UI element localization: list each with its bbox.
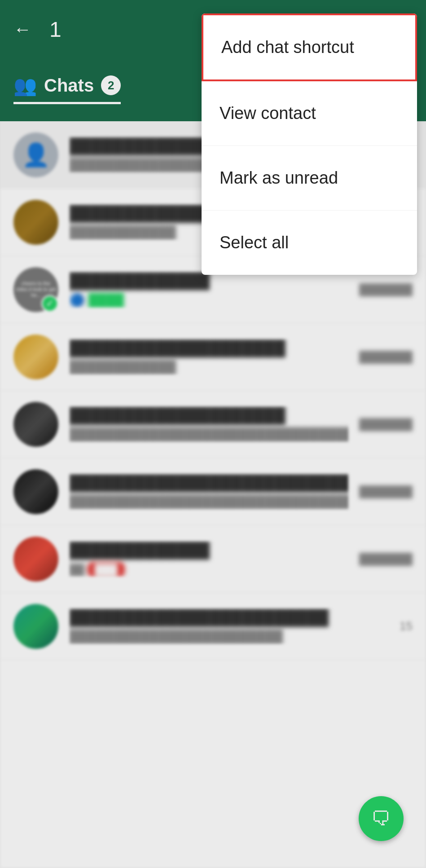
select-all-item[interactable]: Select all: [202, 211, 417, 275]
mark-as-unread-item[interactable]: Mark as unread: [202, 146, 417, 211]
dropdown-overlay[interactable]: Add chat shortcut View contact Mark as u…: [0, 0, 426, 868]
add-chat-shortcut-item[interactable]: Add chat shortcut: [202, 13, 417, 81]
dropdown-menu: Add chat shortcut View contact Mark as u…: [202, 13, 417, 275]
view-contact-item[interactable]: View contact: [202, 81, 417, 146]
